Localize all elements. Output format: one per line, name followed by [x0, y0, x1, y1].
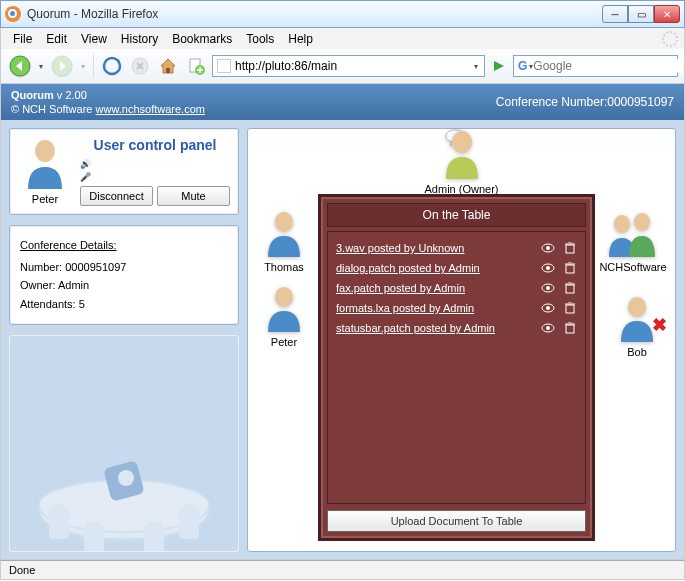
activity-throbber-icon: [662, 31, 678, 47]
conference-view: Admin (Owner) Thomas Peter NCHSoftware ✖…: [247, 128, 676, 552]
details-owner-label: Owner:: [20, 279, 55, 291]
minimize-button[interactable]: ─: [602, 5, 628, 23]
svg-rect-42: [566, 325, 574, 333]
app-favicon: [5, 6, 21, 22]
table-row: fax.patch posted by Admin: [336, 278, 577, 298]
menu-view[interactable]: View: [75, 30, 113, 48]
table-item-link[interactable]: 3.wav posted by Unknown: [336, 242, 533, 254]
disconnected-x-icon: ✖: [652, 314, 667, 336]
view-icon[interactable]: [541, 241, 555, 255]
copyright-link[interactable]: www.nchsoftware.com: [96, 103, 205, 115]
window-titlebar: Quorum - Mozilla Firefox ─ ▭ ✕: [0, 0, 685, 28]
table-header: On the Table: [327, 203, 586, 227]
nav-toolbar: ▾ ▾ ▾ G ▾: [0, 49, 685, 84]
back-button[interactable]: [7, 53, 33, 79]
details-header: Conference Details:: [20, 236, 228, 255]
decorative-table-image: [9, 335, 239, 552]
delete-icon[interactable]: [563, 321, 577, 335]
copyright-text: © NCH Software: [11, 103, 92, 115]
avatar-thomas[interactable]: Thomas: [256, 209, 312, 273]
content-area: Quorum v 2.00 © NCH Software www.nchsoft…: [0, 84, 685, 560]
avatar-admin[interactable]: Admin (Owner): [407, 129, 517, 195]
details-number-label: Number:: [20, 261, 62, 273]
conf-number-value: 0000951097: [607, 95, 674, 109]
avatar-peter[interactable]: Peter: [256, 284, 312, 348]
search-input[interactable]: [533, 59, 683, 73]
view-icon[interactable]: [541, 281, 555, 295]
details-number-value: 0000951097: [65, 261, 126, 273]
conf-number-label: Conference Number:: [496, 95, 607, 109]
menu-history[interactable]: History: [115, 30, 164, 48]
reload-button[interactable]: [100, 54, 124, 78]
go-button[interactable]: [489, 56, 509, 76]
view-icon[interactable]: [541, 301, 555, 315]
menu-help[interactable]: Help: [282, 30, 319, 48]
avatar-bob[interactable]: ✖ Bob: [609, 294, 665, 358]
details-attendants-label: Attendants:: [20, 298, 76, 310]
table-item-link[interactable]: fax.patch posted by Admin: [336, 282, 533, 294]
avatar-nchsoftware[interactable]: NCHSoftware: [597, 209, 669, 273]
delete-icon[interactable]: [563, 241, 577, 255]
menu-bookmarks[interactable]: Bookmarks: [166, 30, 238, 48]
svg-rect-16: [179, 517, 199, 539]
svg-rect-33: [566, 265, 574, 273]
forward-button[interactable]: [49, 53, 75, 79]
menu-file[interactable]: File: [7, 30, 38, 48]
home-icon: [158, 56, 178, 76]
google-logo-icon: G: [518, 59, 527, 73]
table-items-list: 3.wav posted by Unknown dialog.patch pos…: [327, 231, 586, 504]
svg-rect-4: [166, 68, 170, 73]
svg-point-35: [546, 286, 550, 290]
input-level-meter: [94, 172, 126, 182]
reload-icon: [102, 56, 122, 76]
url-bar[interactable]: ▾: [212, 55, 485, 77]
svg-rect-20: [144, 534, 164, 552]
maximize-button[interactable]: ▭: [628, 5, 654, 23]
url-history-dropdown[interactable]: ▾: [472, 53, 480, 79]
on-the-table-panel: On the Table 3.wav posted by Unknown dia…: [318, 194, 595, 541]
user-avatar-icon: [22, 137, 68, 189]
svg-point-25: [614, 215, 630, 233]
app-body: Peter User control panel 🔊 🎤 Disconnect …: [1, 120, 684, 560]
mute-button[interactable]: Mute: [157, 186, 230, 206]
table-item-link[interactable]: statusbar.patch posted by Admin: [336, 322, 533, 334]
upload-document-button[interactable]: Upload Document To Table: [327, 510, 586, 532]
svg-point-38: [546, 306, 550, 310]
forward-history-dropdown[interactable]: ▾: [79, 53, 87, 79]
table-item-link[interactable]: dialog.patch posted by Admin: [336, 262, 533, 274]
window-title: Quorum - Mozilla Firefox: [27, 7, 602, 21]
svg-point-41: [546, 326, 550, 330]
avatar-peter-label: Peter: [256, 336, 312, 348]
table-item-link[interactable]: formats.lxa posted by Admin: [336, 302, 533, 314]
view-icon[interactable]: [541, 261, 555, 275]
svg-point-26: [634, 213, 650, 231]
app-header: Quorum v 2.00 © NCH Software www.nchsoft…: [1, 84, 684, 120]
close-button[interactable]: ✕: [654, 5, 680, 23]
conference-details-panel: Conference Details: Number: 0000951097 O…: [9, 225, 239, 325]
forward-arrow-icon: [51, 55, 73, 77]
table-row: statusbar.patch posted by Admin: [336, 318, 577, 338]
home-button[interactable]: [156, 54, 180, 78]
disconnect-button[interactable]: Disconnect: [80, 186, 153, 206]
mic-icon: 🎤: [80, 172, 91, 182]
svg-point-32: [546, 266, 550, 270]
delete-icon[interactable]: [563, 301, 577, 315]
avatar-thomas-label: Thomas: [256, 261, 312, 273]
stop-button[interactable]: [128, 54, 152, 78]
go-arrow-icon: [492, 59, 506, 73]
menu-edit[interactable]: Edit: [40, 30, 73, 48]
view-icon[interactable]: [541, 321, 555, 335]
table-row: dialog.patch posted by Admin: [336, 258, 577, 278]
delete-icon[interactable]: [563, 281, 577, 295]
output-level-meter: [94, 159, 108, 169]
table-row: 3.wav posted by Unknown: [336, 238, 577, 258]
svg-point-27: [628, 297, 646, 317]
svg-rect-18: [84, 534, 104, 552]
delete-icon[interactable]: [563, 261, 577, 275]
menu-bar: File Edit View History Bookmarks Tools H…: [0, 28, 685, 49]
search-bar[interactable]: G ▾: [513, 55, 678, 77]
menu-tools[interactable]: Tools: [240, 30, 280, 48]
back-history-dropdown[interactable]: ▾: [37, 53, 45, 79]
url-input[interactable]: [235, 59, 472, 73]
new-tab-button[interactable]: [184, 54, 208, 78]
